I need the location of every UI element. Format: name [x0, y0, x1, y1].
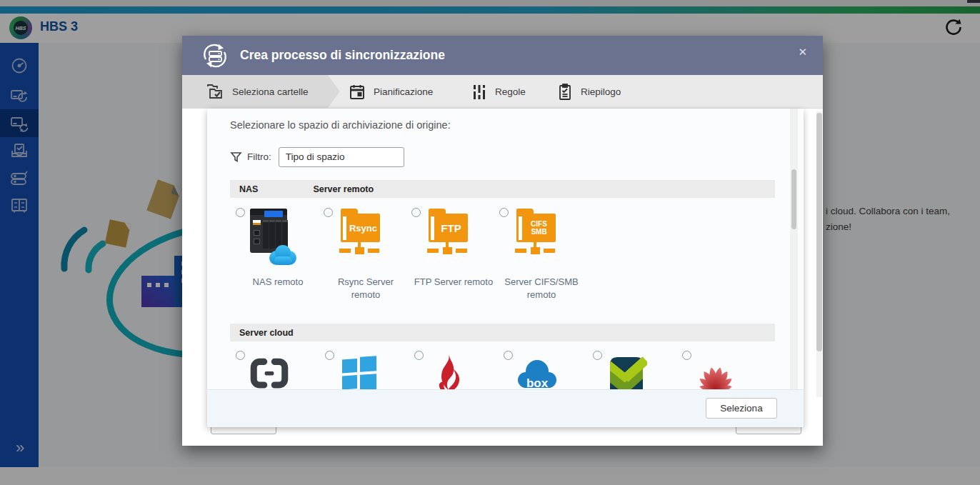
close-icon[interactable]: ✕ — [795, 43, 810, 61]
cloud-items-row: Azure — [230, 347, 775, 389]
section-bar-cloud: Server cloud — [230, 324, 775, 341]
storage-item-rsync-server[interactable]: Rsync Rsync Server remoto — [324, 204, 408, 259]
tab-label: Pianificazione — [374, 86, 433, 97]
filter-type-input[interactable] — [279, 147, 404, 167]
radio-cloud-3[interactable] — [414, 351, 424, 360]
storage-item-ftp-server[interactable]: FTP FTP Server remoto — [411, 204, 496, 259]
huawei-flower-icon: HUAWEI — [695, 353, 736, 389]
storage-item-label: Rsync Server remoto — [324, 276, 408, 301]
cloud-overlay-icon — [267, 244, 299, 266]
rsync-folder-icon: Rsync — [336, 209, 382, 263]
radio-remote-nas[interactable] — [236, 208, 245, 217]
radio-cloud-1[interactable] — [236, 351, 245, 360]
tab-summary[interactable]: Riepilogo — [557, 75, 621, 109]
section-label-nas: NAS — [239, 184, 258, 194]
filter-label: Filtro: — [247, 151, 271, 162]
radio-cifs-smb-server[interactable] — [499, 208, 509, 217]
folder-badge: FTP — [434, 214, 468, 242]
sliders-icon — [471, 84, 487, 101]
wizard-step-bar: Seleziona cartelle Pianificazione Regole… — [182, 75, 823, 109]
section-label-remote-server: Server remoto — [313, 184, 374, 194]
backblaze-flame-icon — [427, 353, 469, 389]
ftp-folder-icon: FTP — [424, 209, 470, 263]
storage-item-label: FTP Server remoto — [411, 276, 496, 289]
clipboard-check-icon — [557, 84, 573, 101]
section-label-cloud: Server cloud — [239, 328, 294, 338]
folder-badge-line2: SMB — [531, 228, 546, 236]
modal-scrollbar[interactable] — [816, 111, 822, 397]
tab-schedule[interactable]: Pianificazione — [349, 75, 433, 109]
storage-item-label: Server CIFS/SMB remoto — [499, 276, 584, 301]
section-bar-nas-remote: NAS Server remoto — [230, 180, 775, 198]
storage-item-cifs-smb-server[interactable]: CIFS SMB Server CIFS/SMB remoto — [499, 204, 584, 259]
storage-items-row: NAS remoto Rsync Rsync Server remoto — [230, 204, 775, 319]
calendar-icon — [349, 84, 366, 101]
panel-footer: Seleziona — [207, 389, 804, 427]
create-sync-job-modal: Crea processo di sincronizzazione ✕ Sele… — [182, 36, 823, 446]
tab-select-folders[interactable]: Seleziona cartelle — [182, 75, 328, 109]
radio-cloud-6[interactable] — [682, 351, 691, 360]
folders-check-icon — [206, 84, 224, 101]
box-cloud-icon: box — [516, 353, 558, 389]
filter-row: Filtro: — [230, 146, 404, 167]
cifs-smb-folder-icon: CIFS SMB — [512, 209, 558, 263]
folder-badge-line1: CIFS — [531, 220, 547, 228]
select-button[interactable]: Seleziona — [706, 398, 777, 419]
storage-picker-panel: Selezionare lo spazio di archiviazione d… — [207, 109, 804, 427]
panel-scrollbar-thumb[interactable] — [791, 169, 796, 229]
modal-header: Crea processo di sincronizzazione ✕ — [182, 36, 823, 75]
radio-cloud-4[interactable] — [504, 351, 513, 360]
tab-label: Riepilogo — [581, 86, 621, 97]
folder-badge: Rsync — [346, 214, 380, 242]
radio-rsync-server[interactable] — [324, 208, 333, 217]
panel-scrollbar[interactable] — [790, 109, 798, 389]
sync-job-icon — [201, 41, 229, 70]
tab-label: Seleziona cartelle — [232, 86, 309, 97]
green-chevron-cloud-icon — [606, 353, 647, 389]
storage-item-label: NAS remoto — [236, 276, 320, 289]
tab-rules[interactable]: Regole — [471, 75, 526, 109]
nas-remote-icon — [249, 209, 294, 263]
radio-ftp-server[interactable] — [411, 208, 421, 217]
modal-scrollbar-thumb[interactable] — [816, 113, 822, 351]
picker-heading: Selezionare lo spazio di archiviazione d… — [230, 119, 451, 131]
tab-label: Regole — [495, 86, 526, 97]
funnel-icon — [230, 151, 242, 163]
box-caption: box — [526, 376, 549, 389]
hbs3-app: HBS HBS 3 » — [0, 0, 980, 485]
alibaba-cloud-brackets-icon — [249, 353, 290, 389]
modal-title: Crea processo di sincronizzazione — [240, 48, 445, 63]
modal-body: Selezionare lo spazio di archiviazione d… — [182, 109, 823, 446]
azure-icon: Azure — [338, 353, 379, 389]
radio-cloud-5[interactable] — [593, 351, 602, 360]
radio-cloud-2[interactable] — [325, 351, 334, 360]
